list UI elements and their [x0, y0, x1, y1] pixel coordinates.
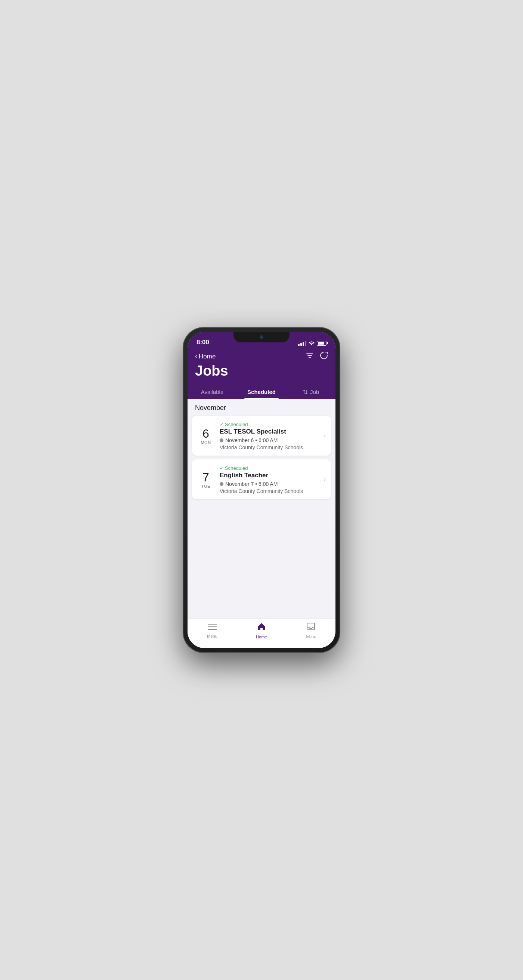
nav-inbox[interactable]: Inbox — [286, 619, 335, 642]
checkmark-icon-1: ✓ — [220, 422, 224, 427]
job-card-1[interactable]: 6 MON ✓ Scheduled ESL TESOL Specialist N… — [192, 415, 331, 456]
back-button[interactable]: ‹ Home — [195, 352, 216, 360]
header-actions — [305, 352, 328, 361]
job-status-2: ✓ Scheduled — [220, 465, 321, 471]
job-datetime-2: November 7 • 6:00 AM — [220, 481, 321, 487]
job-chevron-1: › — [321, 421, 326, 450]
month-header: November — [188, 399, 335, 415]
nav-inbox-label: Inbox — [306, 634, 316, 639]
job-date-2: November 7 • 6:00 AM — [225, 481, 278, 487]
signal-icon — [298, 341, 306, 346]
job-title-1: ESL TESOL Specialist — [220, 428, 321, 436]
dot-icon-2 — [220, 482, 223, 486]
refresh-button[interactable] — [320, 352, 328, 361]
phone-frame: 8:00 — [183, 328, 340, 652]
job-day-name-1: MON — [200, 440, 211, 445]
battery-icon — [317, 341, 326, 346]
job-school-2: Victoria County Community Schools — [220, 488, 321, 494]
wifi-icon — [308, 340, 315, 346]
job-title-2: English Teacher — [220, 472, 321, 479]
front-camera — [260, 335, 263, 339]
job-school-1: Victoria County Community Schools — [220, 444, 321, 450]
tab-available[interactable]: Available — [188, 385, 237, 399]
filter-button[interactable] — [305, 352, 314, 361]
status-time: 8:00 — [197, 339, 209, 346]
home-icon — [257, 622, 266, 633]
nav-menu[interactable]: Menu — [188, 619, 237, 642]
header-nav: ‹ Home — [195, 352, 328, 361]
job-date-1: November 6 • 6:00 AM — [225, 437, 278, 443]
nav-home-label: Home — [256, 635, 267, 639]
job-date-col-2: 7 TUE — [192, 465, 220, 494]
menu-icon — [208, 623, 217, 632]
job-day-name-2: TUE — [201, 484, 210, 488]
back-label: Home — [199, 353, 216, 360]
notch — [234, 332, 289, 342]
nav-menu-label: Menu — [207, 634, 218, 638]
page-title: Jobs — [195, 363, 328, 379]
content-area: November 6 MON ✓ Scheduled ESL TESOL Spe… — [188, 399, 335, 618]
checkmark-icon-2: ✓ — [220, 465, 224, 471]
job-day-number-1: 6 — [202, 428, 209, 439]
tabs-bar: Available Scheduled Job — [188, 385, 335, 399]
bottom-nav: Menu Home Inbox — [188, 618, 335, 648]
job-info-2: ✓ Scheduled English Teacher November 7 •… — [220, 465, 321, 494]
job-card-2[interactable]: 7 TUE ✓ Scheduled English Teacher Novemb… — [192, 459, 331, 500]
phone-screen: 8:00 — [188, 332, 335, 648]
nav-home[interactable]: Home — [237, 619, 286, 642]
job-info-1: ✓ Scheduled ESL TESOL Specialist Novembe… — [220, 421, 321, 450]
job-datetime-1: November 6 • 6:00 AM — [220, 437, 321, 443]
job-chevron-2: › — [321, 465, 326, 494]
job-status-1: ✓ Scheduled — [220, 422, 321, 427]
svg-rect-3 — [307, 623, 315, 630]
job-day-number-2: 7 — [202, 471, 209, 483]
tab-job[interactable]: Job — [286, 385, 335, 399]
back-chevron-icon: ‹ — [195, 352, 197, 360]
status-icons — [298, 340, 326, 346]
inbox-icon — [306, 622, 315, 633]
header: ‹ Home Jo — [188, 348, 335, 385]
dot-icon-1 — [220, 438, 223, 442]
tab-scheduled[interactable]: Scheduled — [237, 385, 286, 399]
job-date-col-1: 6 MON — [192, 421, 220, 450]
